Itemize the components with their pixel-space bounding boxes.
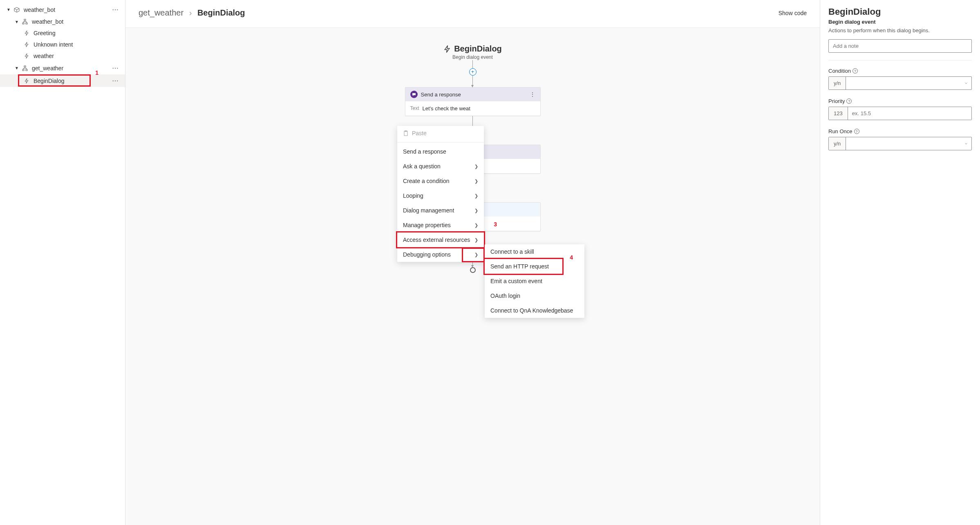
menu-debugging[interactable]: Debugging options❯ [397,247,484,262]
breadcrumb: get_weather › BeginDialog [139,8,245,18]
canvas-header: get_weather › BeginDialog Show code [125,0,820,28]
svg-rect-4 [22,69,24,71]
flow-start-title: BeginDialog [443,44,502,54]
add-action-button[interactable]: + [469,68,477,76]
runonce-label: Run Once ? [828,128,972,134]
input-addon: y/n [829,77,846,89]
svg-rect-7 [404,131,407,136]
canvas[interactable]: BeginDialog Begin dialog event + Send a … [125,28,820,525]
chevron-right-icon: ❯ [474,193,478,199]
help-icon[interactable]: ? [854,129,859,134]
chevron-down-icon[interactable]: ⌵ [961,77,971,89]
tree-item-label: Unknown intent [34,41,122,48]
submenu-qna[interactable]: Connect to QnA Knowledgebase [485,303,584,318]
menu-create-condition[interactable]: Create a condition❯ [397,174,484,188]
help-icon[interactable]: ? [846,98,852,104]
chevron-right-icon: ❯ [474,179,478,184]
connector [472,60,473,68]
runonce-field[interactable] [846,137,961,150]
properties-panel: BeginDialog Begin dialog event Actions t… [820,0,980,525]
condition-field[interactable] [846,77,961,89]
props-title: BeginDialog [828,7,972,17]
svg-rect-5 [26,69,27,71]
breadcrumb-parent[interactable]: get_weather [139,8,183,17]
sitemap-icon [21,65,29,71]
submenu-oauth[interactable]: OAuth login [485,288,584,303]
more-icon[interactable]: ⋯ [109,6,122,13]
tree-item-label: weather [34,53,122,59]
more-icon[interactable]: ⋯ [109,64,122,72]
condition-label: Condition ? [828,68,972,74]
chevron-right-icon: ❯ [474,164,478,169]
chevron-right-icon: ❯ [474,223,478,228]
bolt-icon [23,53,30,59]
tree-item-label: weather_bot [32,18,122,25]
bolt-icon [443,45,451,53]
sidebar: ▼ weather_bot ⋯ ▼ weather_bot Greeting U… [0,0,125,525]
bolt-icon [23,78,30,84]
svg-rect-3 [24,66,26,67]
tree-item-begindialog[interactable]: BeginDialog ⋯ 1 [0,74,125,87]
tree-item-weather[interactable]: weather [0,50,125,62]
breadcrumb-current: BeginDialog [197,8,245,17]
annotation-1: 1 [95,69,98,76]
flow-end [470,267,476,273]
submenu-http-request[interactable]: Send an HTTP request 4 [485,259,584,274]
annotation-3: 3 [494,221,497,228]
context-submenu-external: Connect to a skill Send an HTTP request … [485,244,584,318]
tree-item-getweather[interactable]: ▼ get_weather ⋯ [0,62,125,74]
menu-ask-question[interactable]: Ask a question❯ [397,159,484,174]
connector [472,76,473,87]
breadcrumb-sep: › [189,8,192,17]
help-icon[interactable]: ? [852,68,858,74]
canvas-area: get_weather › BeginDialog Show code Begi… [125,0,820,525]
tree-root[interactable]: ▼ weather_bot ⋯ [0,3,125,16]
tree-item-unknown[interactable]: Unknown intent [0,39,125,50]
menu-paste: Paste [397,126,484,141]
svg-rect-2 [26,23,27,24]
caret-down-icon: ▼ [15,66,20,70]
menu-dialog-management[interactable]: Dialog management❯ [397,203,484,218]
bolt-icon [23,42,30,47]
caret-down-icon: ▼ [7,7,11,12]
input-addon: y/n [829,137,846,150]
menu-manage-properties[interactable]: Manage properties❯ 3 [397,218,484,232]
menu-send-response[interactable]: Send a response [397,144,484,159]
menu-access-external[interactable]: Access external resources❯ [397,232,484,247]
input-addon: 123 [829,107,848,120]
show-code-toggle[interactable]: Show code [779,10,807,16]
priority-field[interactable] [848,107,971,120]
card-body-label: Text [410,105,419,112]
more-icon[interactable]: ⋯ [109,77,122,85]
paste-icon [403,130,409,136]
runonce-input[interactable]: y/n ⌵ [828,137,972,150]
caret-down-icon: ▼ [15,20,20,24]
card-body-text: Let's check the weat [423,105,470,112]
chevron-right-icon: ❯ [474,252,478,257]
props-subtitle: Begin dialog event [828,19,972,25]
tree-item-bot[interactable]: ▼ weather_bot [0,16,125,27]
chevron-right-icon: ❯ [474,237,478,243]
note-input[interactable] [828,39,972,53]
condition-input[interactable]: y/n ⌵ [828,76,972,90]
response-icon [410,91,418,98]
priority-label: Priority ? [828,98,972,104]
annotation-4: 4 [570,254,573,261]
card-more-icon[interactable]: ⋮ [530,91,535,98]
priority-input[interactable]: 123 [828,107,972,120]
cube-icon [13,7,20,13]
flow-start-subtitle: Begin dialog event [443,54,502,60]
tree-item-label: Greeting [34,30,122,36]
card-send-response[interactable]: Send a response ⋮ Text Let's check the w… [405,87,541,116]
menu-looping[interactable]: Looping❯ [397,188,484,203]
tree-item-label: BeginDialog [34,78,109,84]
svg-rect-1 [22,23,24,24]
tree-root-label: weather_bot [24,7,109,13]
svg-rect-0 [24,19,26,20]
bolt-icon [23,30,30,36]
sitemap-icon [21,19,29,25]
tree-item-greeting[interactable]: Greeting [0,27,125,39]
submenu-emit-event[interactable]: Emit a custom event [485,274,584,288]
chevron-down-icon[interactable]: ⌵ [961,137,971,150]
card-title: Send a response [421,92,526,98]
